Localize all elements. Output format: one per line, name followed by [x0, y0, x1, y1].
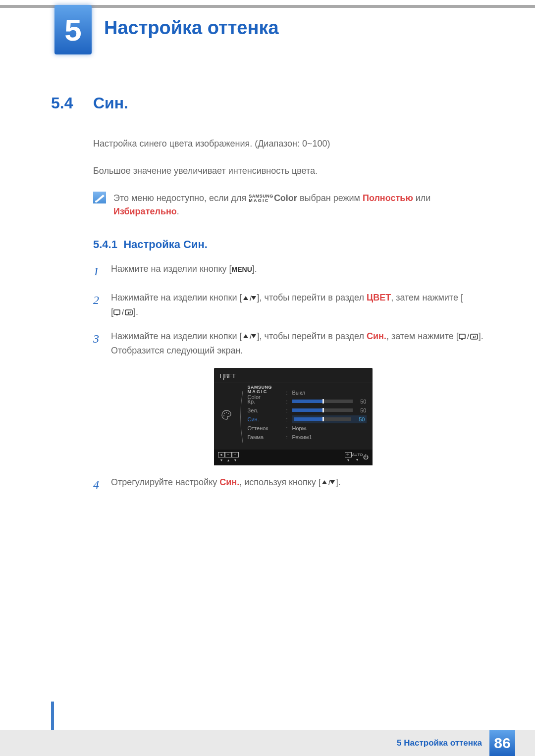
chapter-badge: 5: [54, 5, 92, 54]
svg-point-16: [225, 411, 226, 412]
osd-btn-minus: −▴: [225, 452, 232, 462]
svg-point-15: [223, 412, 224, 413]
svg-rect-4: [114, 310, 120, 314]
palette-icon: [220, 388, 233, 442]
up-down-icon: /: [242, 295, 257, 302]
osd-controls: ◂▾ −▴ +▾ ↵▾ AUTO▾ ⏻: [214, 450, 373, 465]
svg-rect-14: [471, 334, 478, 339]
section-number: 5.4: [51, 94, 81, 112]
osd-row-magic: SAMSUNGMAGIC Color : Выкл: [248, 388, 367, 397]
svg-rect-5: [116, 314, 118, 315]
step-3: 3 Нажимайте на изделии кнопки [/], чтобы…: [93, 329, 493, 358]
osd-arc: [238, 388, 243, 442]
svg-marker-8: [243, 334, 248, 338]
svg-rect-7: [125, 310, 132, 315]
osd-row-gamma: Гамма : Режим1: [248, 433, 367, 442]
menu-button-label: MENU: [232, 265, 252, 273]
osd-btn-auto: AUTO▾: [352, 453, 363, 462]
svg-marker-21: [330, 480, 335, 484]
osd-btn-back: ◂▾: [218, 452, 225, 462]
up-down-icon: /: [242, 333, 257, 340]
samsung-magic-label: SAMSUNGMAGIC: [249, 194, 273, 203]
osd-row-red: Кр. : 50: [248, 397, 367, 406]
svg-rect-12: [461, 339, 463, 340]
chapter-title: Настройка оттенка: [104, 17, 279, 39]
page-number: 86: [489, 730, 515, 756]
osd-row-tint: Оттенок : Норм.: [248, 424, 367, 433]
svg-rect-11: [459, 334, 465, 339]
svg-marker-19: [322, 480, 327, 484]
section-title: Син.: [93, 94, 128, 112]
step-2: 2 Нажимайте на изделии кнопки [/], чтобы…: [93, 291, 493, 319]
osd-btn-enter: ↵▾: [345, 452, 352, 462]
osd-title: ЦВЕТ: [214, 373, 373, 383]
note-text: Это меню недоступно, если для SAMSUNGMAG…: [113, 192, 493, 218]
step-4: 4 Отрегулируйте настройку Син., использу…: [93, 475, 493, 494]
footer-text: 5 Настройка оттенка: [397, 738, 482, 748]
note-icon: [93, 192, 106, 203]
source-enter-icon: /: [113, 309, 133, 316]
osd-panel: ЦВЕТ SAMSUNGMAGIC Color : Выкл Кр.: [214, 368, 373, 465]
footer-accent: [51, 702, 54, 730]
source-enter-icon: /: [459, 333, 479, 340]
paragraph-2: Большое значение увеличивает интенсивнос…: [93, 164, 493, 178]
svg-marker-1: [243, 296, 248, 300]
footer: 5 Настройка оттенка 86: [0, 730, 535, 756]
svg-point-18: [223, 415, 224, 416]
svg-point-0: [95, 201, 97, 202]
osd-btn-plus: +▾: [232, 452, 239, 462]
step-1: 1 Нажмите на изделии кнопку [MENU].: [93, 262, 493, 281]
osd-row-blue: Син. : 50: [248, 415, 367, 424]
svg-marker-10: [251, 334, 256, 338]
osd-btn-power: ⏻: [363, 454, 369, 460]
up-down-icon: /: [321, 479, 336, 486]
svg-text:/: /: [122, 309, 124, 316]
content: 5.4 Син. Настройка синего цвета изображе…: [51, 94, 493, 504]
svg-text:/: /: [467, 333, 469, 340]
subsection-heading: 5.4.1 Настройка Син.: [93, 238, 493, 251]
svg-point-17: [227, 412, 228, 413]
section-heading: 5.4 Син.: [51, 94, 493, 112]
osd-row-green: Зел. : 50: [248, 406, 367, 415]
steps-list: 1 Нажмите на изделии кнопку [MENU]. 2 На…: [93, 262, 493, 494]
paragraph-1: Настройка синего цвета изображения. (Диа…: [93, 137, 493, 151]
chapter-number: 5: [64, 12, 81, 48]
svg-marker-3: [251, 296, 256, 300]
note: Это меню недоступно, если для SAMSUNGMAG…: [93, 192, 493, 218]
